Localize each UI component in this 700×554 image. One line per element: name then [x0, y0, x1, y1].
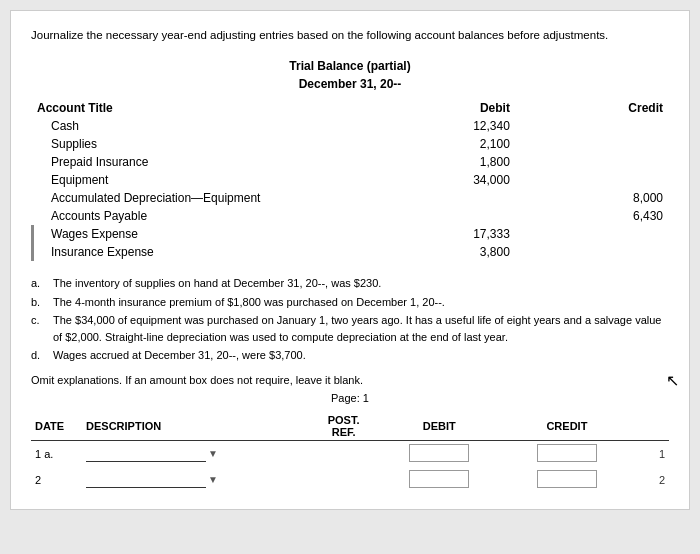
- table-row: Accumulated Depreciation—Equipment8,000: [31, 189, 669, 207]
- tb-title-line1: Trial Balance (partial): [289, 59, 410, 73]
- credit-value: [516, 153, 669, 171]
- trial-balance-section: Trial Balance (partial) December 31, 20-…: [31, 57, 669, 261]
- description-line: [86, 472, 206, 488]
- note-label: a.: [31, 275, 47, 292]
- col-header-account: Account Title: [31, 99, 363, 117]
- credit-value: [516, 135, 669, 153]
- journal-table: DATE DESCRIPTION POST. REF. DEBIT CREDIT…: [31, 412, 669, 493]
- chevron-down-icon[interactable]: ▼: [208, 474, 218, 485]
- list-item: a.The inventory of supplies on hand at D…: [31, 275, 669, 292]
- journal-col-postref: POST. REF.: [312, 412, 376, 441]
- debit-value: 1,800: [363, 153, 516, 171]
- debit-value: 3,800: [363, 243, 516, 261]
- table-row: Insurance Expense3,800: [31, 243, 669, 261]
- trial-balance-title: Trial Balance (partial) December 31, 20-…: [31, 57, 669, 93]
- table-row: Cash12,340: [31, 117, 669, 135]
- account-name: Cash: [31, 117, 363, 135]
- omit-instructions: Omit explanations. If an amount box does…: [31, 374, 669, 386]
- credit-value: [516, 225, 669, 243]
- note-label: c.: [31, 312, 47, 345]
- col-header-debit: Debit: [363, 99, 516, 117]
- list-item: b.The 4-month insurance premium of $1,80…: [31, 294, 669, 311]
- debit-value: 17,333: [363, 225, 516, 243]
- credit-value: [516, 243, 669, 261]
- credit-value: [516, 171, 669, 189]
- journal-description-cell: ▼: [82, 440, 312, 467]
- trial-balance-table: Account Title Debit Credit Cash12,340Sup…: [31, 99, 669, 261]
- journal-col-date: DATE: [31, 412, 82, 441]
- note-text: The 4-month insurance premium of $1,800 …: [53, 294, 669, 311]
- row-number: 2: [631, 467, 669, 493]
- credit-value: 6,430: [516, 207, 669, 225]
- account-name: Prepaid Insurance: [31, 153, 363, 171]
- journal-credit-cell[interactable]: [503, 467, 631, 493]
- list-item: d.Wages accrued at December 31, 20--, we…: [31, 347, 669, 364]
- page-number: Page: 1: [31, 392, 669, 404]
- debit-input[interactable]: [409, 444, 469, 462]
- journal-description-cell: ▼: [82, 467, 312, 493]
- description-line: [86, 446, 206, 462]
- debit-value: 34,000: [363, 171, 516, 189]
- note-text: Wages accrued at December 31, 20--, were…: [53, 347, 669, 364]
- note-label: d.: [31, 347, 47, 364]
- note-text: The $34,000 of equipment was purchased o…: [53, 312, 669, 345]
- cursor-icon: ↖: [666, 371, 679, 390]
- account-name: Accumulated Depreciation—Equipment: [31, 189, 363, 207]
- journal-col-description: DESCRIPTION: [82, 412, 312, 441]
- tb-title-line2: December 31, 20--: [299, 77, 402, 91]
- journal-post-ref: [312, 467, 376, 493]
- journal-date: 1 a.: [31, 440, 82, 467]
- journal-date: 2: [31, 467, 82, 493]
- journal-entry-row: 1 a.▼1: [31, 440, 669, 467]
- journal-col-debit: DEBIT: [376, 412, 504, 441]
- account-name: Supplies: [31, 135, 363, 153]
- debit-value: 12,340: [363, 117, 516, 135]
- table-row: Accounts Payable6,430: [31, 207, 669, 225]
- table-row: Wages Expense17,333: [31, 225, 669, 243]
- debit-input[interactable]: [409, 470, 469, 488]
- col-header-credit: Credit: [516, 99, 669, 117]
- row-number: 1: [631, 440, 669, 467]
- debit-value: [363, 189, 516, 207]
- journal-credit-cell[interactable]: [503, 440, 631, 467]
- note-text: The inventory of supplies on hand at Dec…: [53, 275, 669, 292]
- chevron-down-icon[interactable]: ▼: [208, 448, 218, 459]
- journal-entry-row: 2▼2: [31, 467, 669, 493]
- credit-value: 8,000: [516, 189, 669, 207]
- debit-value: [363, 207, 516, 225]
- table-row: Supplies2,100: [31, 135, 669, 153]
- account-name: Equipment: [31, 171, 363, 189]
- account-name: Wages Expense: [31, 225, 363, 243]
- journal-debit-cell[interactable]: [376, 440, 504, 467]
- credit-value: [516, 117, 669, 135]
- table-row: Equipment34,000: [31, 171, 669, 189]
- notes-section: a.The inventory of supplies on hand at D…: [31, 275, 669, 364]
- journal-col-credit: CREDIT: [503, 412, 631, 441]
- credit-input[interactable]: [537, 444, 597, 462]
- account-name: Insurance Expense: [31, 243, 363, 261]
- debit-value: 2,100: [363, 135, 516, 153]
- table-row: Prepaid Insurance1,800: [31, 153, 669, 171]
- instructions-text: Journalize the necessary year-end adjust…: [31, 27, 669, 43]
- note-label: b.: [31, 294, 47, 311]
- journal-post-ref: [312, 440, 376, 467]
- account-name: Accounts Payable: [31, 207, 363, 225]
- journal-debit-cell[interactable]: [376, 467, 504, 493]
- list-item: c.The $34,000 of equipment was purchased…: [31, 312, 669, 345]
- credit-input[interactable]: [537, 470, 597, 488]
